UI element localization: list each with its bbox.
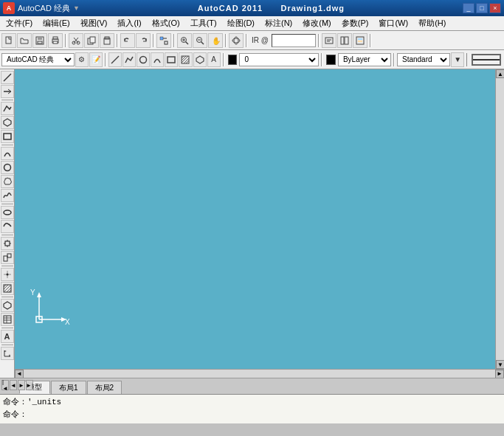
scroll-up-button[interactable]: ▲ [496,69,504,78]
draw-arrow-tool[interactable] [1,85,14,98]
zoom-extents-button[interactable] [177,33,192,48]
zoom-previous-button[interactable] [193,33,207,48]
menu-format[interactable]: 格式(O) [148,16,184,30]
svg-rect-57 [7,254,11,257]
command-line-2[interactable]: 命令： [3,409,501,421]
tool-palettes-button[interactable] [353,33,367,48]
menu-modify[interactable]: 修改(M) [298,16,336,30]
draw-arc-tool[interactable] [1,147,14,160]
svg-rect-3 [38,41,42,44]
pan-button[interactable]: ✋ [208,33,223,48]
right-scrollbar[interactable]: ▲ ▼ [495,69,504,369]
3d-orbit-button[interactable] [229,33,244,48]
svg-marker-47 [4,119,11,126]
cut-button[interactable] [69,33,83,48]
polyline-button[interactable] [122,52,136,67]
make-block-tool[interactable] [1,251,14,264]
tab-last-button[interactable]: ►| [26,380,33,390]
svg-rect-31 [341,37,344,44]
rectangle-button[interactable] [165,52,178,67]
svg-line-23 [201,41,204,44]
scroll-down-button[interactable]: ▼ [496,360,504,369]
tab-layout1[interactable]: 布局1 [51,381,86,394]
title-center-text: AutoCAD 2011 Drawing1.dwg [198,4,345,13]
lt-sep1 [1,100,13,100]
menu-draw[interactable]: 绘图(D) [223,16,259,30]
scroll-left-button[interactable]: ◄ [15,370,24,378]
bottom-scrollbar[interactable]: ◄ ► [15,369,504,378]
line-button[interactable] [108,52,122,67]
title-dropdown-arrow[interactable]: ▼ [73,4,80,12]
workspace-settings-button[interactable]: ⚙ [75,52,89,67]
properties-button[interactable] [322,33,336,48]
layer-dropdown[interactable]: 0 [239,53,319,66]
toolbar-separator-2 [117,34,118,47]
coordinate-input[interactable] [272,34,316,47]
svg-text:Y: Y [30,288,35,297]
svg-line-19 [186,41,189,44]
menu-dimension[interactable]: 标注(N) [260,16,297,30]
draw-ellipse-tool[interactable] [1,206,14,219]
design-center-button[interactable] [337,33,352,48]
region-button[interactable] [193,52,207,67]
match-properties-button[interactable] [156,33,171,48]
customize-button[interactable]: 📝 [89,52,103,67]
hatch-tool[interactable] [1,282,14,295]
svg-rect-32 [345,37,348,44]
lt-sep3 [1,204,13,204]
coordinate-label: IR @ [252,36,269,44]
tab-first-button[interactable]: |◄ [1,380,9,390]
paste-button[interactable] [100,33,114,48]
hatch-button[interactable] [179,52,192,67]
draw-rect-tool[interactable] [1,130,14,143]
menu-view[interactable]: 视图(V) [76,16,112,30]
font-dropdown-arrow[interactable]: ▼ [451,52,464,67]
draw-spline-tool[interactable] [1,189,14,202]
svg-line-41 [182,56,186,60]
drawing-canvas[interactable]: X Y [15,69,495,369]
draw-revcloud-tool[interactable] [1,175,14,188]
new-button[interactable] [1,33,16,48]
menu-file[interactable]: 文件(F) [1,16,37,30]
maximize-button[interactable]: □ [476,3,488,13]
menu-tools[interactable]: 工具(T) [186,16,221,30]
menu-window[interactable]: 窗口(W) [374,16,412,30]
copy-button[interactable] [84,33,99,48]
tab-layout2[interactable]: 布局2 [87,381,122,394]
insert-block-tool[interactable] [1,237,14,250]
close-button[interactable]: × [489,3,501,13]
ucs-tool[interactable] [1,347,14,360]
menu-help[interactable]: 帮助(H) [414,16,450,30]
main-area: A [0,69,504,378]
text-tool[interactable]: A [1,330,14,343]
region-tool[interactable] [1,299,14,312]
redo-button[interactable] [136,33,151,48]
workspace-dropdown[interactable]: AutoCAD 经典 [1,53,75,66]
undo-button[interactable] [120,33,135,48]
style-dropdown[interactable]: Standard [397,53,450,66]
tab-prev-button[interactable]: ◄ [10,380,17,390]
draw-line-tool[interactable] [1,71,14,84]
scroll-right-button[interactable]: ► [495,370,504,378]
menu-insert[interactable]: 插入(I) [113,16,145,30]
color-dropdown[interactable]: ByLayer [338,53,391,66]
menu-params[interactable]: 参数(P) [337,16,373,30]
save-button[interactable] [32,33,47,48]
svg-rect-51 [5,241,10,246]
draw-polyline-tool[interactable] [1,102,14,115]
menu-edit[interactable]: 编辑(E) [38,16,75,30]
draw-ellipsearc-tool[interactable] [1,220,14,233]
scroll-thumb-area [496,78,504,360]
tab-next-button[interactable]: ► [18,380,25,390]
arc-button[interactable] [151,52,164,67]
point-tool[interactable] [1,268,14,281]
draw-polygon-tool[interactable] [1,116,14,129]
text-button[interactable]: A [207,52,221,67]
circle-button[interactable] [137,52,150,67]
draw-circle-tool[interactable] [1,161,14,174]
table-tool[interactable] [1,313,14,326]
current-color-swatch[interactable] [228,55,238,65]
plot-button[interactable] [48,33,63,48]
open-button[interactable] [17,33,32,48]
minimize-button[interactable]: _ [463,3,474,13]
